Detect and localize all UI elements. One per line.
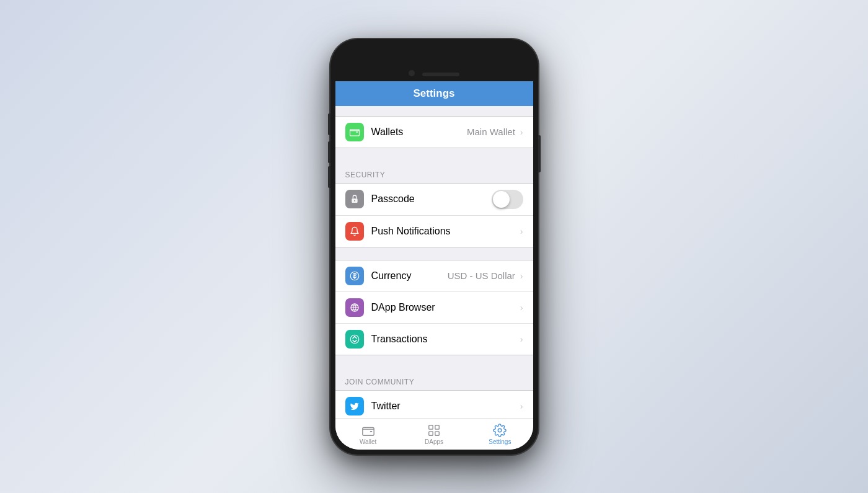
tab-wallet-label: Wallet: [360, 438, 376, 445]
dapp-browser-row[interactable]: DApp Browser ›: [335, 292, 533, 324]
twitter-label: Twitter: [371, 401, 519, 412]
community-section-label: JOIN COMMUNITY: [335, 368, 533, 390]
security-group: Passcode Push Notificati: [335, 183, 533, 247]
currency-value: USD - US Dollar: [448, 270, 515, 281]
push-notifications-chevron: ›: [520, 226, 523, 236]
currency-label: Currency: [371, 270, 448, 282]
svg-rect-7: [429, 425, 433, 429]
push-notifications-label: Push Notifications: [371, 226, 519, 237]
preferences-group: Currency USD - US Dollar ›: [335, 260, 533, 355]
transactions-icon: [345, 330, 364, 349]
twitter-icon: [345, 397, 364, 415]
push-notifications-icon: [345, 222, 364, 241]
passcode-label: Passcode: [371, 193, 492, 205]
phone-device: Settings Wallets: [330, 39, 538, 455]
speaker-bar: [422, 73, 459, 76]
twitter-chevron: ›: [520, 401, 523, 411]
passcode-toggle[interactable]: [492, 190, 523, 209]
wallets-icon: [345, 123, 364, 141]
svg-rect-6: [362, 427, 373, 435]
currency-icon: [345, 267, 364, 285]
tab-dapps-label: DApps: [425, 438, 443, 445]
wallets-chevron: ›: [520, 127, 523, 137]
tab-bar: Wallet DApps: [335, 419, 533, 450]
screen: Settings Wallets: [335, 81, 533, 450]
tab-settings-label: Settings: [489, 438, 511, 445]
wallets-value: Main Wallet: [467, 127, 515, 137]
dapp-browser-label: DApp Browser: [371, 302, 519, 313]
community-group: Twitter › Telegram Group ›: [335, 390, 533, 419]
currency-row[interactable]: Currency USD - US Dollar ›: [335, 260, 533, 292]
tab-settings[interactable]: Settings: [467, 424, 533, 445]
settings-content: Wallets Main Wallet › SECURITY: [335, 106, 533, 419]
transactions-row[interactable]: Transactions ›: [335, 324, 533, 355]
currency-chevron: ›: [520, 271, 523, 281]
phone-top-bar: [335, 44, 533, 81]
security-section-label: SECURITY: [335, 161, 533, 183]
dapp-browser-chevron: ›: [520, 303, 523, 313]
svg-rect-9: [429, 431, 433, 435]
toggle-knob: [493, 191, 510, 208]
passcode-row[interactable]: Passcode: [335, 184, 533, 216]
camera-dot: [409, 70, 415, 76]
tab-wallet[interactable]: Wallet: [335, 424, 401, 445]
app-header: Settings: [335, 81, 533, 106]
wallets-row[interactable]: Wallets Main Wallet ›: [335, 117, 533, 148]
transactions-label: Transactions: [371, 334, 519, 345]
wallets-group: Wallets Main Wallet ›: [335, 116, 533, 148]
svg-point-2: [354, 200, 355, 202]
page-title: Settings: [413, 87, 454, 99]
passcode-icon: [345, 190, 364, 208]
svg-rect-8: [435, 425, 439, 429]
svg-rect-0: [350, 129, 359, 136]
push-notifications-row[interactable]: Push Notifications ›: [335, 216, 533, 247]
svg-point-11: [498, 429, 502, 432]
svg-rect-10: [435, 431, 439, 435]
dapp-browser-icon: [345, 298, 364, 317]
transactions-chevron: ›: [520, 334, 523, 344]
twitter-row[interactable]: Twitter ›: [335, 391, 533, 419]
phone-screen: Settings Wallets: [335, 44, 533, 450]
tab-dapps[interactable]: DApps: [401, 424, 467, 445]
wallets-label: Wallets: [371, 127, 467, 138]
